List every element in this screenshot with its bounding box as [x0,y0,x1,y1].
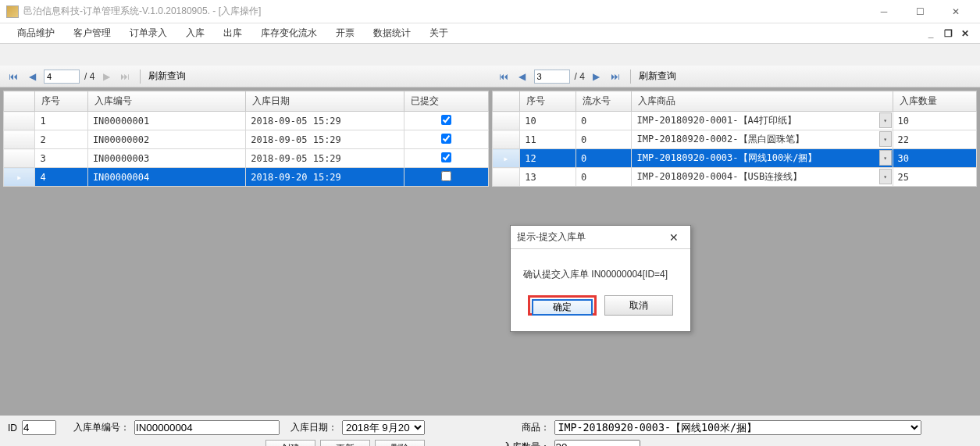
cell-product[interactable]: IMP-20180920-0004-【USB连接线】▾ [632,168,893,187]
menu-about[interactable]: 关于 [420,23,458,43]
mdi-close-icon[interactable]: ✕ [958,27,972,40]
dialog-close-icon[interactable]: ✕ [664,227,684,248]
cell-submitted[interactable] [404,168,488,187]
cell-seq[interactable]: 10 [520,112,576,130]
col-code[interactable]: 入库编号 [87,91,245,112]
cell-product[interactable]: IMP-20180920-0001-【A4打印纸】▾ [632,112,893,130]
update-button[interactable]: 更新 [320,440,370,446]
cell-seq[interactable]: 1 [35,112,87,130]
cell-seq[interactable]: 13 [520,168,576,187]
row-indicator [492,112,520,130]
submitted-checkbox[interactable] [441,115,451,125]
nav-prev-icon[interactable]: ◀ [25,70,39,84]
menu-stockout[interactable]: 出库 [214,23,251,43]
menu-invoice[interactable]: 开票 [326,23,364,43]
table-row[interactable]: ▸ 4 IN00000004 2018-09-20 15:29 [4,168,489,187]
table-row[interactable]: 13 0 IMP-20180920-0004-【USB连接线】▾ 25 [492,168,977,187]
cell-product[interactable]: IMP-20180920-0003-【网线100米/捆】▾ [632,149,893,168]
maximize-button[interactable]: ☐ [902,0,938,23]
submitted-checkbox[interactable] [441,152,451,162]
cell-flow[interactable]: 0 [576,112,632,130]
cell-qty[interactable]: 10 [893,112,976,130]
nav-next-icon[interactable]: ▶ [590,70,604,84]
row-indicator: ▸ [492,149,520,168]
table-row[interactable]: 10 0 IMP-20180920-0001-【A4打印纸】▾ 10 [492,112,977,130]
cell-date[interactable]: 2018-09-05 15:29 [246,149,404,168]
cell-seq[interactable]: 4 [35,168,87,187]
cell-code[interactable]: IN00000004 [87,168,245,187]
product-select[interactable]: IMP-20180920-0003-【网线100米/捆】 [554,420,921,435]
col-submitted[interactable]: 已提交 [404,91,488,112]
col-flow[interactable]: 流水号 [576,91,632,112]
stockin-grid[interactable]: 序号 入库编号 入库日期 已提交 1 IN00000001 2018-09-05… [3,91,489,187]
qty-input[interactable] [554,440,640,446]
nav-pos-input[interactable] [44,70,80,84]
col-qty[interactable]: 入库数量 [893,91,976,112]
col-product[interactable]: 入库商品 [632,91,893,112]
cell-flow[interactable]: 0 [576,149,632,168]
cell-flow[interactable]: 0 [576,168,632,187]
menu-stockin[interactable]: 入库 [176,23,214,43]
nav-pos-input[interactable] [534,70,570,84]
table-row[interactable]: 3 IN00000003 2018-09-05 15:29 [4,149,489,168]
cell-seq[interactable]: 12 [520,149,576,168]
cell-date[interactable]: 2018-09-05 15:29 [246,112,404,130]
mdi-restore-icon[interactable]: ❐ [941,27,955,40]
col-date[interactable]: 入库日期 [246,91,404,112]
id-input[interactable] [22,420,56,435]
close-button[interactable]: ✕ [938,0,974,23]
cell-seq[interactable]: 3 [35,149,87,168]
table-row[interactable]: ▸ 12 0 IMP-20180920-0003-【网线100米/捆】▾ 30 [492,149,977,168]
cell-qty[interactable]: 25 [893,168,976,187]
submitted-checkbox[interactable] [441,171,451,181]
nav-last-icon[interactable]: ⏭ [608,70,622,84]
cell-seq[interactable]: 11 [520,130,576,149]
nav-refresh-button[interactable]: 刷新查询 [639,70,676,83]
cell-qty[interactable]: 30 [893,149,976,168]
cell-submitted[interactable] [404,149,488,168]
id-label: ID [8,423,17,434]
chevron-down-icon[interactable]: ▾ [879,150,892,166]
cell-seq[interactable]: 2 [35,130,87,149]
cell-submitted[interactable] [404,130,488,149]
mdi-minimize-icon[interactable]: _ [924,27,938,40]
chevron-down-icon[interactable]: ▾ [879,131,892,147]
menu-stockflow[interactable]: 库存变化流水 [251,23,326,43]
date-picker[interactable]: 2018年 9月20日 [342,420,425,435]
cell-code[interactable]: IN00000002 [87,130,245,149]
col-seq[interactable]: 序号 [520,91,576,112]
col-seq[interactable]: 序号 [35,91,87,112]
dialog-cancel-button[interactable]: 取消 [604,295,673,316]
menu-product[interactable]: 商品维护 [8,23,64,43]
table-row[interactable]: 11 0 IMP-20180920-0002-【黑白圆珠笔】▾ 22 [492,130,977,149]
nav-last-icon[interactable]: ⏭ [118,70,132,84]
create-button[interactable]: 创建 [265,440,315,446]
menu-customer[interactable]: 客户管理 [64,23,120,43]
chevron-down-icon[interactable]: ▾ [879,112,892,128]
nav-first-icon[interactable]: ⏮ [6,70,20,84]
nav-refresh-button[interactable]: 刷新查询 [148,70,186,83]
chevron-down-icon[interactable]: ▾ [879,169,892,184]
cell-date[interactable]: 2018-09-20 15:29 [246,168,404,187]
cell-qty[interactable]: 22 [893,130,976,149]
delete-button[interactable]: 删除 [375,440,425,446]
submitted-checkbox[interactable] [441,134,451,144]
minimize-button[interactable]: ─ [866,0,902,23]
nav-prev-icon[interactable]: ◀ [515,70,529,84]
cell-code[interactable]: IN00000001 [87,112,245,130]
row-indicator: ▸ [4,168,35,187]
menu-stats[interactable]: 数据统计 [364,23,420,43]
cell-flow[interactable]: 0 [576,130,632,149]
code-input[interactable] [134,420,280,435]
dialog-ok-button[interactable]: 确定 [532,299,593,316]
cell-submitted[interactable] [404,112,488,130]
cell-code[interactable]: IN00000003 [87,149,245,168]
cell-date[interactable]: 2018-09-05 15:29 [246,130,404,149]
cell-product[interactable]: IMP-20180920-0002-【黑白圆珠笔】▾ [632,130,893,149]
detail-grid[interactable]: 序号 流水号 入库商品 入库数量 10 0 IMP-20180920-0001-… [492,91,978,187]
nav-next-icon[interactable]: ▶ [99,70,113,84]
table-row[interactable]: 1 IN00000001 2018-09-05 15:29 [4,112,489,130]
nav-first-icon[interactable]: ⏮ [497,70,511,84]
menu-order[interactable]: 订单录入 [120,23,176,43]
table-row[interactable]: 2 IN00000002 2018-09-05 15:29 [4,130,489,149]
